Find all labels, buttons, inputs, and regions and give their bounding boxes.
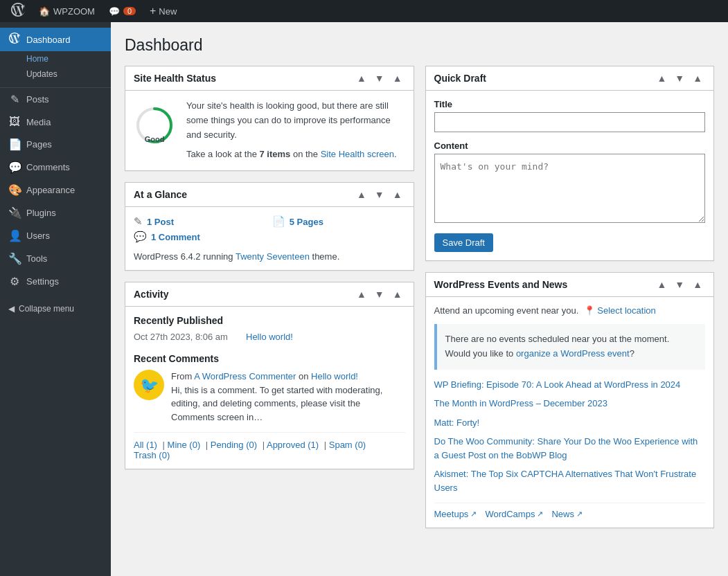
health-action: Take a look at the 7 items on the Site H… [186,147,405,162]
filter-pending[interactable]: Pending (0) [211,440,257,450]
sidebar-item-appearance[interactable]: 🎨 Appearance [0,179,111,201]
new-content-button[interactable]: + New [144,0,182,22]
activity-header: Activity ▲ ▼ ▲ [125,282,414,307]
filter-mine[interactable]: Mine (0) [168,440,201,450]
collapse-label: Collapse menu [19,304,74,314]
activity-hide-btn[interactable]: ▲ [390,288,405,300]
sidebar-item-dashboard[interactable]: Dashboard [0,28,111,51]
health-message: Your site's health is looking good, but … [186,99,405,142]
site-health-widget: Site Health Status ▲ ▼ ▲ [125,66,414,171]
comment-avatar: 🐦 [134,370,164,400]
draft-collapse-btn[interactable]: ▲ [654,72,669,84]
draft-hide-btn[interactable]: ▲ [690,72,705,84]
site-health-collapse-btn[interactable]: ▲ [354,72,369,84]
comments-badge: 0 [123,7,136,15]
pub-post-link[interactable]: Hello world! [246,332,293,342]
wp-events-body: Attend an upcoming event near you. 📍 Sel… [426,297,714,528]
sidebar-item-home[interactable]: Home [0,51,111,66]
events-expand-btn[interactable]: ▼ [672,278,687,291]
news-link-5[interactable]: Akismet: The Top Six CAPTCHA Alternative… [434,469,697,493]
wp-logo-button[interactable] [6,0,30,22]
sidebar-settings-label: Settings [26,276,59,287]
comment-post-link[interactable]: Hello world! [311,371,358,381]
theme-link[interactable]: Twenty Seventeen [236,251,310,262]
wordcamps-link[interactable]: WordCamps ↗ [485,509,543,519]
save-draft-button[interactable]: Save Draft [434,233,493,252]
wp-events-controls: ▲ ▼ ▲ [654,278,705,291]
sidebar-item-comments[interactable]: 💬 Comments [0,156,111,179]
comment-author-link[interactable]: A WordPress Commenter [194,371,296,381]
comment-item: 🐦 From A WordPress Commenter on Hello wo… [134,370,405,424]
filter-approved[interactable]: Approved (1) [267,440,319,450]
list-item: WP Briefing: Episode 70: A Look Ahead at… [434,378,706,392]
news-link-3[interactable]: Matt: Forty! [434,417,480,428]
sidebar-item-posts[interactable]: ✎ Posts [0,88,111,111]
at-a-glance-header: At a Glance ▲ ▼ ▲ [125,183,414,207]
glance-hide-btn[interactable]: ▲ [390,188,405,201]
filter-all[interactable]: All (1) [134,440,157,450]
admin-bar: 🏠 WPZOOM 💬 0 + New [0,0,728,22]
page-count-anchor[interactable]: 5 Pages [290,217,323,227]
news-link-2[interactable]: The Month in WordPress – December 2023 [434,398,608,408]
users-icon: 👤 [8,229,21,242]
left-column: Site Health Status ▲ ▼ ▲ [125,66,414,469]
glance-grid: ✎ 1 Post 📄 5 Pages 💬 1 Comment [134,215,405,243]
content-label: Content [434,141,706,151]
site-icon: 🏠 [39,6,50,17]
news-footer-link[interactable]: News ↗ [551,509,583,519]
activity-controls: ▲ ▼ ▲ [354,288,405,300]
draft-content-textarea[interactable] [434,154,706,223]
sidebar-item-settings[interactable]: ⚙ Settings [0,270,111,293]
right-column: Quick Draft ▲ ▼ ▲ Title Content Save Dra… [425,66,715,528]
sidebar-item-pages[interactable]: 📄 Pages [0,133,111,156]
wp-version-text: WordPress 6.4.2 running [134,251,236,262]
new-label: New [159,6,177,17]
news-list: WP Briefing: Episode 70: A Look Ahead at… [434,378,706,495]
draft-title-input[interactable] [434,112,706,132]
pages-icon: 📄 [8,138,21,151]
wp-events-widget: WordPress Events and News ▲ ▼ ▲ Attend a… [425,272,715,528]
title-label: Title [434,99,706,109]
site-health-expand-btn[interactable]: ▼ [372,72,387,84]
wordcamps-label: WordCamps [485,509,535,519]
sidebar-item-users[interactable]: 👤 Users [0,224,111,247]
sidebar-item-tools[interactable]: 🔧 Tools [0,247,111,270]
site-name-button[interactable]: 🏠 WPZOOM [33,0,100,22]
glance-collapse-btn[interactable]: ▲ [354,188,369,201]
sidebar-plugins-label: Plugins [26,208,56,218]
comment-count-anchor[interactable]: 1 Comment [151,232,200,242]
events-intro: Attend an upcoming event near you. 📍 Sel… [434,305,706,316]
comment-from-label: From [171,371,194,381]
news-link-4[interactable]: Do The Woo Community: Share Your Do the … [434,436,698,460]
post-count-anchor[interactable]: 1 Post [147,217,174,227]
site-name-label: WPZOOM [53,6,95,17]
site-health-hide-btn[interactable]: ▲ [390,72,405,84]
sidebar-appearance-label: Appearance [26,185,75,195]
filter-spam[interactable]: Spam (0) [329,440,366,450]
sidebar-item-plugins[interactable]: 🔌 Plugins [0,201,111,224]
glance-expand-btn[interactable]: ▼ [372,188,387,201]
select-location-link[interactable]: Select location [597,305,656,316]
site-health-link[interactable]: Site Health screen [321,149,394,159]
items-count: 7 items [260,149,291,159]
filter-trash[interactable]: Trash (0) [134,450,170,460]
events-hide-btn[interactable]: ▲ [690,278,705,291]
theme-suffix: theme. [310,251,339,262]
sidebar-comments-label: Comments [26,162,70,172]
news-ext-icon: ↗ [576,510,583,519]
collapse-menu-button[interactable]: ◀ Collapse menu [0,298,111,319]
draft-expand-btn[interactable]: ▼ [672,72,687,84]
activity-expand-btn[interactable]: ▼ [372,288,387,300]
events-collapse-btn[interactable]: ▲ [654,278,669,291]
settings-icon: ⚙ [8,275,21,288]
sidebar-item-media[interactable]: 🖼 Media [0,111,111,133]
plus-icon: + [150,5,156,17]
at-a-glance-body: ✎ 1 Post 📄 5 Pages 💬 1 Comment [125,207,414,270]
meetups-link[interactable]: Meetups ↗ [434,509,477,519]
comment-text: From A WordPress Commenter on Hello worl… [171,370,405,424]
sidebar-item-updates[interactable]: Updates [0,66,111,82]
organize-event-link[interactable]: organize a WordPress event [516,348,630,359]
activity-collapse-btn[interactable]: ▲ [354,288,369,300]
news-link-1[interactable]: WP Briefing: Episode 70: A Look Ahead at… [434,379,681,390]
comments-button[interactable]: 💬 0 [103,0,141,22]
